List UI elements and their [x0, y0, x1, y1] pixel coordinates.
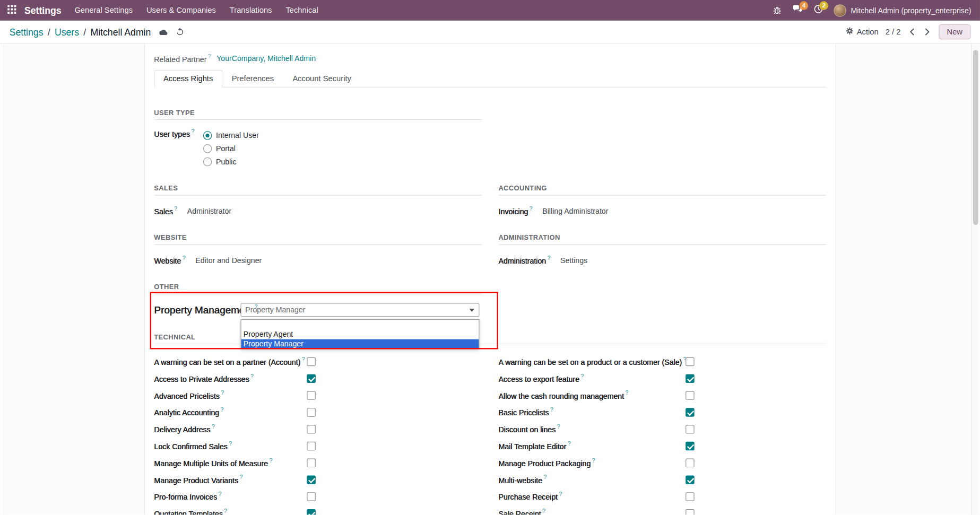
- breadcrumb-separator: /: [83, 27, 86, 37]
- user-types-label: User types?: [154, 129, 203, 139]
- dropdown-option-property-manager[interactable]: Property Manager: [241, 339, 479, 349]
- help-marker: ?: [568, 440, 571, 447]
- navbar-menu-item-translations[interactable]: Translations: [223, 0, 279, 21]
- help-marker: ?: [191, 128, 194, 134]
- website-value[interactable]: Editor and Designer: [195, 256, 262, 264]
- checkbox-row: Quotation Templates?: [154, 505, 481, 515]
- radio-button[interactable]: [203, 131, 211, 139]
- checkbox-purchase-receipt[interactable]: [686, 492, 694, 501]
- checkbox-discount-on-lines[interactable]: [686, 424, 694, 433]
- apps-menu-button[interactable]: [5, 5, 19, 16]
- user-menu[interactable]: Mitchell Admin (property_enterprise): [834, 4, 972, 17]
- breadcrumb-separator: /: [48, 27, 50, 37]
- avatar: [834, 4, 847, 17]
- sales-value[interactable]: Administrator: [187, 206, 231, 215]
- checkbox-sale-receipt[interactable]: [686, 509, 694, 514]
- breadcrumb: Settings/Users/Mitchell Admin: [10, 27, 151, 37]
- checkbox-manage-multiple-units-of-measure[interactable]: [307, 458, 315, 467]
- dropdown-option-property-agent[interactable]: Property Agent: [241, 330, 479, 339]
- checkbox-delivery-address[interactable]: [307, 424, 315, 433]
- tab-preferences[interactable]: Preferences: [222, 70, 283, 88]
- messages-button[interactable]: 4: [793, 4, 803, 16]
- help-marker: ?: [212, 423, 215, 430]
- systray: 4 2 Mitchell Admin (property_enterprise): [773, 4, 975, 17]
- messages-badge: 4: [800, 1, 808, 10]
- content-left-border: [4, 43, 4, 514]
- section-heading-other: OTHER: [154, 283, 481, 294]
- form-sheet: Related Partner? YourCompany, Mitchell A…: [144, 43, 836, 514]
- checkbox-pro-forma-invoices[interactable]: [307, 492, 315, 501]
- new-button[interactable]: New: [939, 24, 970, 39]
- action-menu-button[interactable]: Action: [846, 27, 879, 37]
- radio-button[interactable]: [203, 144, 211, 153]
- checkbox-manage-product-packaging[interactable]: [686, 458, 694, 467]
- checkbox-label: Allow the cash rounding management?: [498, 390, 685, 400]
- breadcrumb-item-settings[interactable]: Settings: [10, 27, 44, 37]
- checkbox-label: Multi-website?: [498, 475, 685, 485]
- section-heading-accounting: ACCOUNTING: [498, 184, 826, 195]
- checkbox-multi-website[interactable]: [686, 475, 694, 484]
- navbar-menu-item-technical[interactable]: Technical: [279, 0, 325, 21]
- help-marker: ?: [302, 356, 305, 362]
- section-other: OTHER Property Management? Property Mana…: [154, 283, 481, 317]
- save-cloud-icon[interactable]: [159, 28, 169, 36]
- app-name[interactable]: Settings: [24, 5, 62, 15]
- property-management-dropdown: Property AgentProperty Manager: [240, 319, 479, 350]
- checkbox-label: Basic Pricelists?: [498, 407, 685, 417]
- debug-bug-icon[interactable]: [773, 6, 782, 15]
- invoicing-value[interactable]: Billing Administrator: [542, 206, 608, 215]
- checkbox-basic-pricelists[interactable]: [686, 408, 694, 416]
- user-name: Mitchell Admin (property_enterprise): [851, 6, 971, 14]
- checkbox-a-warning-can-be-set-on-a-partner-account[interactable]: [307, 357, 315, 365]
- breadcrumb-item-users[interactable]: Users: [55, 27, 79, 37]
- user-type-option-portal[interactable]: Portal: [203, 142, 259, 155]
- help-marker: ?: [218, 491, 221, 497]
- user-type-option-public[interactable]: Public: [203, 155, 259, 168]
- checkbox-label: Access to export feature?: [498, 373, 685, 383]
- checkbox-row: Analytic Accounting?: [154, 404, 481, 421]
- checkbox-allow-the-cash-rounding-management[interactable]: [686, 391, 694, 399]
- scrollbar[interactable]: [971, 43, 979, 514]
- navbar-menu-item-users-companies[interactable]: Users & Companies: [140, 0, 223, 21]
- checkbox-row: Manage Product Packaging?: [498, 454, 826, 471]
- checkbox-advanced-pricelists[interactable]: [307, 391, 315, 399]
- user-type-option-internal-user[interactable]: Internal User: [203, 129, 259, 142]
- checkbox-row: Pro-forma Invoices?: [154, 488, 481, 505]
- checkbox-mail-template-editor[interactable]: [686, 441, 694, 450]
- checkbox-a-warning-can-be-set-on-a-product-or-a-customer-sale[interactable]: [686, 357, 694, 365]
- checkbox-label: Lock Confirmed Sales?: [154, 441, 306, 451]
- section-heading-sales: SALES: [154, 184, 481, 195]
- breadcrumb-item-mitchell-admin: Mitchell Admin: [90, 27, 151, 37]
- top-navbar: Settings General SettingsUsers & Compani…: [0, 0, 980, 21]
- pager-next-button[interactable]: [923, 27, 932, 37]
- property-management-select[interactable]: Property Manager: [240, 303, 479, 317]
- gear-icon: [846, 27, 854, 37]
- checkbox-manage-product-variants[interactable]: [307, 475, 315, 484]
- administration-value[interactable]: Settings: [560, 256, 587, 264]
- checkbox-analytic-accounting[interactable]: [307, 408, 315, 416]
- scrollbar-thumb[interactable]: [973, 50, 978, 225]
- checkbox-label: Manage Multiple Units of Measure?: [154, 458, 306, 468]
- radio-label: Public: [216, 157, 237, 165]
- section-heading-administration: ADMINISTRATION: [498, 234, 826, 245]
- checkbox-access-to-private-addresses[interactable]: [307, 374, 315, 382]
- radio-label: Portal: [216, 144, 236, 153]
- dropdown-option-empty[interactable]: [241, 320, 479, 330]
- navbar-menu-item-general-settings[interactable]: General Settings: [67, 0, 140, 21]
- checkbox-row: Sale Receipt?: [498, 505, 826, 515]
- checkbox-quotation-templates[interactable]: [307, 509, 315, 514]
- discard-icon[interactable]: [176, 28, 184, 36]
- checkbox-access-to-export-feature[interactable]: [686, 374, 694, 382]
- pager-previous-button[interactable]: [907, 27, 916, 37]
- checkbox-row: Multi-website?: [498, 471, 826, 488]
- radio-button[interactable]: [203, 157, 211, 165]
- checkbox-lock-confirmed-sales[interactable]: [307, 441, 315, 450]
- section-heading-user-type: USER TYPE: [154, 109, 481, 120]
- activities-button[interactable]: 2: [814, 4, 823, 16]
- related-partner-link[interactable]: YourCompany, Mitchell Admin: [216, 54, 316, 63]
- tab-access-rights[interactable]: Access Rights: [154, 70, 222, 88]
- section-website: WEBSITE Website? Editor and Designer: [154, 234, 481, 267]
- tab-account-security[interactable]: Account Security: [283, 70, 361, 88]
- checkbox-label: Purchase Receipt?: [498, 491, 685, 501]
- invoicing-label: Invoicing?: [498, 206, 532, 216]
